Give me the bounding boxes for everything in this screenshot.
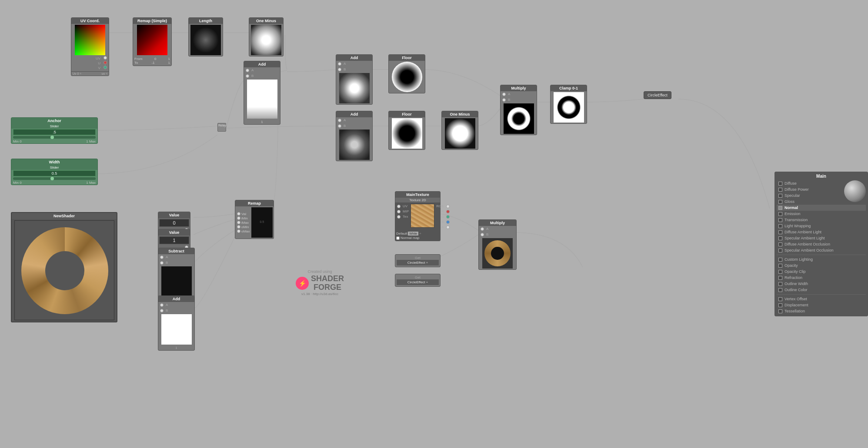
anchor-node[interactable]: Anchor Slider .5 Min 0 1 Max [11, 117, 98, 144]
panel-item-opacity-clip[interactable]: Opacity Clip [777, 269, 866, 275]
add-mid-title: Add [336, 111, 372, 117]
outline-color-checkbox[interactable] [778, 288, 782, 292]
width-node[interactable]: Width Slider 0.5 Min 0 1 Max [11, 159, 98, 185]
multiply-main-node[interactable]: Multiply A B [500, 85, 537, 135]
normal-map-checkbox[interactable] [396, 236, 400, 240]
value-0-title: Value [158, 212, 190, 218]
diffuse-checkbox[interactable] [778, 182, 782, 186]
panel-item-diffuse[interactable]: Diffuse [777, 180, 842, 186]
outline-width-checkbox[interactable] [778, 282, 782, 286]
width-track[interactable] [13, 177, 96, 180]
main-texture-node[interactable]: MainTexture Texture 2D UV MIP Tex RGB R … [395, 191, 441, 241]
transmission-checkbox[interactable] [778, 218, 782, 222]
diffuse-power-checkbox[interactable] [778, 188, 782, 192]
circle-effect-1-node[interactable]: Get CircleEffect ÷ [395, 254, 441, 267]
diffuse-ambient-checkbox[interactable] [778, 230, 782, 234]
opacity-checkbox[interactable] [778, 264, 782, 268]
multiply-bottom-node[interactable]: Multiply A B [478, 219, 517, 270]
panel-item-specular-ambient[interactable]: Specular Ambient Light [777, 235, 866, 241]
clamp-node[interactable]: Clamp 0-1 [550, 85, 587, 124]
panel-item-gloss[interactable]: Gloss [777, 199, 842, 205]
panel-item-specular[interactable]: Specular [777, 192, 842, 199]
add-top-node[interactable]: Add A B 1 [244, 61, 280, 125]
width-min: Min 0 [13, 181, 22, 185]
sf-version: v1.38 · http://u3d.as/6cc [296, 292, 344, 296]
panel-item-diffuse-ao[interactable]: Diffuse Ambient Occlusion [777, 241, 866, 247]
emission-checkbox[interactable] [778, 212, 782, 216]
one-minus-top-title: One Minus [249, 18, 283, 24]
add-top-right-node[interactable]: Add A B [336, 54, 373, 105]
circle-effect-2-node[interactable]: Get CircleEffect ÷ [395, 274, 441, 287]
panel-item-displacement[interactable]: Displacement [777, 302, 866, 308]
add-bottom-node[interactable]: Add A B 1 [158, 295, 195, 351]
specular-ao-checkbox[interactable] [778, 249, 782, 252]
anchor-track[interactable] [13, 136, 96, 139]
value-1-title: Value [158, 229, 190, 236]
anchor-value[interactable]: .5 [13, 129, 96, 135]
anchor-thumb[interactable] [50, 136, 54, 139]
displacement-checkbox[interactable] [778, 303, 782, 307]
subtract-title: Subtract [158, 248, 194, 254]
circle-effect-2-label[interactable]: CircleEffect ÷ [397, 279, 439, 285]
multiply-main-title: Multiply [501, 85, 537, 91]
panel-item-opacity[interactable]: Opacity [777, 262, 866, 269]
value-0-display[interactable]: 0 [159, 219, 189, 227]
length-node[interactable]: Length [188, 17, 223, 56]
floor-top-node[interactable]: Floor [388, 54, 425, 93]
value-1-node[interactable]: Value 1 [158, 229, 190, 250]
panel-item-outline-color[interactable]: Outline Color [777, 287, 866, 293]
panel-item-diffuse-ambient[interactable]: Diffuse Ambient Light [777, 229, 866, 235]
panel-item-vertex-offset[interactable]: Vertex Offset [777, 296, 866, 302]
remap-simple-node[interactable]: Remap (Simple) From 0 1 To -1 1 [133, 17, 172, 66]
relay-node[interactable]: Relay [217, 123, 226, 132]
vertex-offset-checkbox[interactable] [778, 297, 782, 301]
gloss-checkbox[interactable] [778, 200, 782, 204]
main-texture-subtitle: Texture 2D [395, 198, 440, 202]
floor-mid-node[interactable]: Floor [388, 111, 425, 150]
anchor-subtitle: Slider [11, 124, 97, 129]
panel-item-tessellation[interactable]: Tessellation [777, 308, 866, 314]
one-minus-mid-title: One Minus [442, 111, 478, 117]
new-shader-node[interactable]: NewShader [11, 212, 117, 322]
custom-lighting-checkbox[interactable] [778, 258, 782, 262]
panel-item-diffuse-power[interactable]: Diffuse Power [777, 186, 842, 192]
value-1-display[interactable]: 1 [159, 236, 189, 244]
add-top-right-title: Add [336, 55, 372, 61]
uv-coord-node[interactable]: UV Coord. UV U V Uv 0 ÷ uv ÷ [71, 17, 109, 76]
specular-checkbox[interactable] [778, 194, 782, 198]
add-bottom-title: Add [158, 296, 194, 302]
panel-preview-sphere [844, 180, 866, 202]
add-mid-node[interactable]: Add A B [336, 111, 373, 161]
new-shader-title: NewShader [12, 213, 117, 219]
circle-effect-output-node[interactable]: CircleEffect [644, 91, 671, 99]
panel-item-transmission[interactable]: Transmission [777, 217, 866, 223]
circle-effect-label: CircleEffect [648, 93, 668, 97]
remap-node[interactable]: Remap Val iMin iMax oMin oMax 0.5 [235, 200, 274, 239]
panel-item-normal[interactable]: Normal [777, 205, 866, 211]
subtract-node[interactable]: Subtract A B 0 [158, 248, 195, 303]
light-wrapping-checkbox[interactable] [778, 224, 782, 228]
width-title: Width [11, 159, 97, 165]
one-minus-mid-node[interactable]: One Minus [441, 111, 478, 150]
multiply-bottom-title: Multiply [479, 220, 516, 226]
right-panel: Main Diffuse Diffuse Power Specular Glos… [775, 172, 868, 316]
anchor-max: 1 Max [86, 139, 96, 143]
panel-item-refraction[interactable]: Refraction [777, 275, 866, 281]
panel-item-outline-width[interactable]: Outline Width [777, 281, 866, 287]
width-max: 1 Max [86, 181, 96, 185]
specular-ambient-checkbox[interactable] [778, 236, 782, 240]
opacity-clip-checkbox[interactable] [778, 270, 782, 274]
sf-created-text: Created using [296, 269, 344, 274]
diffuse-ao-checkbox[interactable] [778, 242, 782, 246]
width-value[interactable]: 0.5 [13, 170, 96, 176]
panel-item-custom-lighting[interactable]: Custom Lighting [777, 256, 866, 262]
refraction-checkbox[interactable] [778, 276, 782, 280]
panel-item-specular-ao[interactable]: Specular Ambient Occlusion [777, 247, 866, 253]
panel-item-emission[interactable]: Emission [777, 211, 866, 217]
normal-checkbox[interactable] [778, 206, 782, 210]
width-thumb[interactable] [50, 177, 54, 180]
circle-effect-1-label[interactable]: CircleEffect ÷ [397, 260, 439, 265]
panel-item-light-wrapping[interactable]: Light Wrapping [777, 223, 866, 229]
tessellation-checkbox[interactable] [778, 309, 782, 313]
one-minus-top-node[interactable]: One Minus [249, 17, 284, 56]
